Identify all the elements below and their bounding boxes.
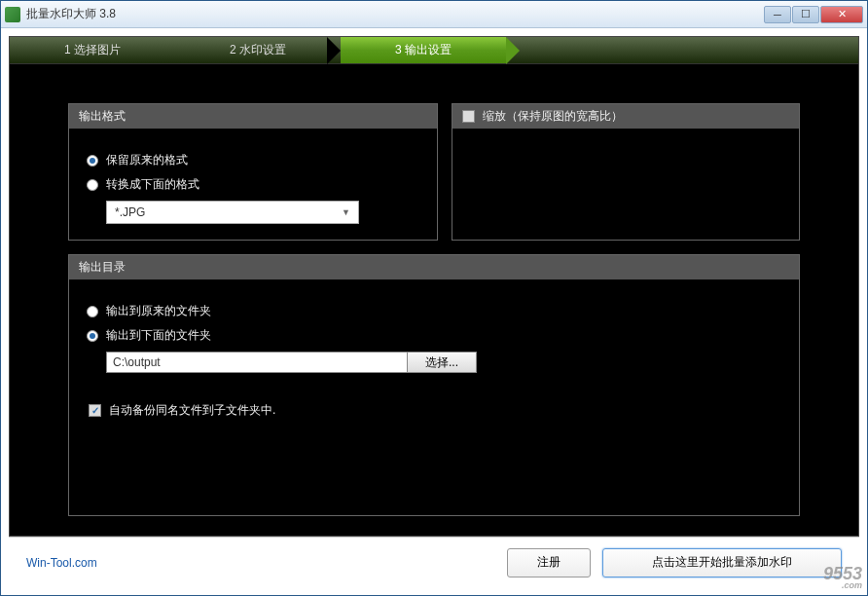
maximize-button[interactable]: ☐ <box>792 6 819 23</box>
minimize-button[interactable]: ─ <box>764 6 791 23</box>
panels-area: 输出格式 保留原来的格式 转换成下面的格式 *.JPG <box>10 64 858 536</box>
radio-icon <box>87 179 98 191</box>
step-filler <box>506 37 858 63</box>
output-dir-panel: 输出目录 输出到原来的文件夹 输出到下面的文件夹 选 <box>68 254 800 516</box>
content-main: 1 选择图片 2 水印设置 3 输出设置 输出格式 保留原来的格式 <box>9 36 859 537</box>
radio-label: 转换成下面的格式 <box>106 176 199 193</box>
app-window: 批量水印大师 3.8 ─ ☐ ✕ 1 选择图片 2 水印设置 3 输出设置 输出… <box>0 0 868 596</box>
step-label: 1 选择图片 <box>64 42 121 58</box>
radio-output-below[interactable]: 输出到下面的文件夹 <box>87 327 781 344</box>
panel-body: 输出到原来的文件夹 输出到下面的文件夹 选择... 自动备份同名文件到 <box>69 279 799 434</box>
panel-body <box>452 129 799 160</box>
checkbox-icon <box>89 404 101 417</box>
website-link[interactable]: Win-Tool.com <box>26 556 97 570</box>
scale-panel: 缩放（保持原图的宽高比） <box>452 103 800 241</box>
select-value: *.JPG <box>115 205 145 219</box>
radio-icon <box>87 306 98 317</box>
close-button[interactable]: ✕ <box>820 6 863 23</box>
path-row: 选择... <box>106 352 781 373</box>
panel-title: 输出目录 <box>79 259 126 276</box>
step-3[interactable]: 3 输出设置 <box>341 37 506 63</box>
radio-output-original[interactable]: 输出到原来的文件夹 <box>87 303 781 319</box>
step-1[interactable]: 1 选择图片 <box>10 37 175 63</box>
radio-keep-original[interactable]: 保留原来的格式 <box>87 152 419 168</box>
content-outer: 1 选择图片 2 水印设置 3 输出设置 输出格式 保留原来的格式 <box>1 28 867 595</box>
panel-header: 输出格式 <box>69 104 437 129</box>
window-controls: ─ ☐ ✕ <box>764 6 863 23</box>
panel-title: 缩放（保持原图的宽高比） <box>483 108 623 125</box>
radio-label: 保留原来的格式 <box>106 152 188 168</box>
radio-label: 输出到原来的文件夹 <box>106 303 211 319</box>
output-path-input[interactable] <box>106 352 408 373</box>
register-button[interactable]: 注册 <box>507 548 591 577</box>
radio-icon <box>87 155 98 167</box>
panel-header: 缩放（保持原图的宽高比） <box>452 104 799 129</box>
panel-body: 保留原来的格式 转换成下面的格式 *.JPG ▼ <box>69 129 437 240</box>
radio-label: 输出到下面的文件夹 <box>106 327 211 344</box>
radio-icon <box>87 330 98 342</box>
window-title: 批量水印大师 3.8 <box>26 6 764 22</box>
panel-title: 输出格式 <box>79 108 126 125</box>
radio-convert[interactable]: 转换成下面的格式 <box>87 176 419 193</box>
scale-checkbox[interactable] <box>462 110 475 123</box>
app-icon <box>5 7 20 22</box>
titlebar: 批量水印大师 3.8 ─ ☐ ✕ <box>1 1 867 28</box>
backup-label: 自动备份同名文件到子文件夹中. <box>109 402 275 419</box>
chevron-down-icon: ▼ <box>342 207 350 217</box>
step-2[interactable]: 2 水印设置 <box>175 37 341 63</box>
step-label: 2 水印设置 <box>230 42 286 58</box>
footer: Win-Tool.com 注册 点击这里开始批量添加水印 <box>9 537 859 587</box>
start-watermark-button[interactable]: 点击这里开始批量添加水印 <box>602 548 842 577</box>
backup-checkbox-row[interactable]: 自动备份同名文件到子文件夹中. <box>89 402 781 419</box>
output-format-panel: 输出格式 保留原来的格式 转换成下面的格式 *.JPG <box>68 103 438 241</box>
panel-header: 输出目录 <box>69 255 799 279</box>
format-select[interactable]: *.JPG ▼ <box>106 201 359 224</box>
step-bar: 1 选择图片 2 水印设置 3 输出设置 <box>10 37 858 64</box>
step-label: 3 输出设置 <box>395 42 452 58</box>
browse-button[interactable]: 选择... <box>408 352 477 373</box>
